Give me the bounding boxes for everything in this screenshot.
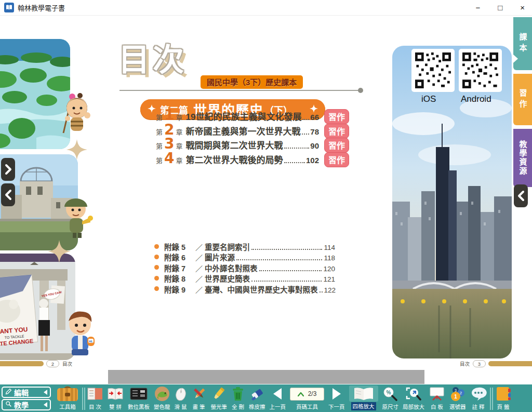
teach-mode-button[interactable]: 教學 [2, 399, 51, 410]
annotation-icon [470, 386, 487, 402]
toolbar-button-eraser[interactable]: 橡皮擦 [247, 386, 268, 412]
mouse-icon [175, 386, 187, 402]
appendix-row[interactable]: 附錄 8 ／ 世界歷史簡表 121 [154, 273, 335, 283]
toolbar-button-prev-page[interactable]: 上一頁 [268, 386, 288, 412]
edit-mode-button[interactable]: 編輯 [2, 387, 51, 398]
qr-code-android [459, 49, 502, 92]
page-number-value: 2/3 [308, 390, 317, 397]
toolbar-button-whiteboard[interactable]: 白 板 [427, 386, 447, 412]
brush-icon [191, 386, 207, 402]
close-button[interactable]: × [520, 0, 525, 16]
highlighter-icon [211, 386, 227, 402]
mascot-reporter-character: HL [61, 305, 101, 362]
svg-text:1: 1 [454, 394, 457, 400]
magnifier-pen-icon [5, 401, 12, 409]
bottom-toolbar: 編輯 教學 工具箱 [0, 384, 532, 412]
pencil-icon [5, 388, 12, 396]
diamond-ornament [48, 240, 71, 265]
svg-text:3: 3 [455, 389, 457, 392]
bullet-icon [154, 255, 159, 259]
toolbar-button-page-tab[interactable]: 頁 籤 [493, 386, 514, 412]
diamond-ornament [66, 139, 87, 162]
qr-code-ios [411, 49, 455, 92]
toolbar-button-next-page[interactable]: 下一頁 [326, 386, 347, 412]
next-page-icon [331, 386, 342, 402]
whiteboard-icon [429, 386, 445, 402]
toc-icon [87, 386, 103, 402]
appendix-row[interactable]: 附錄 6 ／ 圖片來源 118 [154, 251, 335, 262]
collapse-arrow-icon [44, 402, 47, 407]
collapse-arrow-icon [44, 390, 47, 395]
toolbar-button-mouse[interactable]: 滑 鼠 [172, 386, 189, 412]
toolbar-button-chameleon[interactable]: 變色龍 [152, 386, 172, 412]
chapter-row[interactable]: 第 4 章 第二次世界大戰後的局勢 102 習作 [156, 153, 349, 167]
svg-text:%: % [387, 390, 391, 395]
appendix-row[interactable]: 附錄 5 ／ 重要名詞索引 114 [154, 241, 335, 251]
toolbar-button-brush[interactable]: 畫 筆 [189, 386, 209, 412]
toolbar-separator [490, 388, 491, 410]
appendix-row[interactable]: 附錄 7 ／ 中外譯名對照表 120 [154, 262, 335, 273]
tab-teaching-resources[interactable]: 教學資源 [513, 129, 532, 187]
nav-back-button-left[interactable] [1, 183, 15, 206]
tab-textbook[interactable]: 課本 [513, 17, 532, 70]
page-number-input[interactable]: 2/3 [290, 388, 324, 401]
workbook-badge[interactable]: 習作 [324, 138, 349, 153]
toolbar-button-toolbox[interactable]: 工具箱 [51, 386, 81, 412]
svg-text:2: 2 [460, 391, 462, 395]
bullet-icon [154, 244, 159, 249]
double-page-icon [107, 386, 124, 402]
toolbar-button-original-size[interactable]: % 原尺寸 [380, 386, 401, 412]
svg-text:HL: HL [89, 340, 93, 343]
chameleon-icon [154, 386, 170, 402]
toolbar-page-number-tool[interactable]: 2/3 頁碼工具 [288, 386, 326, 412]
heading-divider [119, 90, 358, 91]
chapter-row[interactable]: 第 2 章 新帝國主義與第一次世界大戰 78 習作 [156, 124, 349, 139]
toolbar-button-double-page[interactable]: 雙 拼 [105, 386, 126, 412]
chapter-row[interactable]: 第 3 章 戰間期與第二次世界大戰 90 習作 [156, 138, 349, 153]
bullet-icon [154, 286, 159, 291]
toolbar-button-four-grid-zoom[interactable]: 四格放大 [347, 386, 380, 412]
number-picker-icon: 321 [450, 386, 466, 402]
maximize-button[interactable]: □ [498, 0, 502, 16]
page-title: 目次 [118, 34, 187, 79]
nav-forward-button[interactable] [1, 158, 15, 181]
minimize-button[interactable]: − [475, 0, 480, 16]
caret-up-icon [298, 389, 304, 398]
four-grid-zoom-icon [349, 386, 378, 402]
footer-page-number: 2 [46, 360, 59, 367]
trash-icon [231, 386, 245, 402]
toolbar-button-toc[interactable]: 目 次 [85, 386, 105, 412]
footer-gold-bar [0, 361, 44, 366]
title-bar: 翰林教學電子書 − □ × [0, 0, 532, 16]
footer-label: 目次 [62, 360, 72, 367]
eraser-icon [249, 386, 265, 402]
mascot-soldier-character [57, 191, 95, 241]
toolbar-button-delete-all[interactable]: 全 刪 [229, 386, 247, 412]
original-size-icon: % [383, 386, 397, 402]
blackboard-icon [130, 386, 148, 402]
app-window: 翰林教學電子書 − □ × [0, 0, 532, 412]
toolbar-button-number-picker[interactable]: 321 選號器 [447, 386, 468, 412]
toolbar-button-annotation[interactable]: 註 釋 [468, 386, 489, 412]
horizontal-scrollbar[interactable] [108, 370, 424, 384]
appendix-row[interactable]: 附錄 9 ／ 臺灣、中國與世界歷史大事對照表 122 [154, 284, 335, 294]
toolbar-button-highlighter[interactable]: 螢光筆 [209, 386, 230, 412]
main-canvas: ANT YOU TO TACKLE ATE CHANGE YES YOU CAN… [0, 16, 532, 384]
toolbar-button-partial-zoom[interactable]: 局部放大 [401, 386, 427, 412]
workbook-badge[interactable]: 習作 [324, 109, 349, 124]
page-tab-icon [495, 386, 512, 402]
prev-page-icon [272, 386, 283, 402]
appendix-list: 附錄 5 ／ 重要名詞索引 114 附錄 6 ／ 圖片來源 118 附錄 7 ／… [154, 241, 335, 294]
workbook-badge[interactable]: 習作 [324, 152, 349, 167]
tab-workbook[interactable]: 習作 [513, 74, 532, 125]
footer-right: 目次 3 [457, 360, 532, 368]
chapter-row[interactable]: 第 1 章 19世紀的民族主義與文化發展 66 習作 [156, 110, 349, 124]
chapter-list: 第 1 章 19世紀的民族主義與文化發展 66 習作 第 2 章 新帝國主義與第… [156, 110, 349, 167]
star-icon [148, 104, 156, 115]
toolbar-button-digital-blackboard[interactable]: 數位黑板 [126, 386, 152, 412]
mode-buttons: 編輯 教學 [2, 386, 51, 412]
workbook-badge[interactable]: 習作 [324, 124, 349, 139]
photo-city-skyline: iOS Android [392, 46, 512, 358]
window-title: 翰林教學電子書 [18, 3, 65, 12]
nav-back-button-right[interactable] [514, 184, 528, 207]
